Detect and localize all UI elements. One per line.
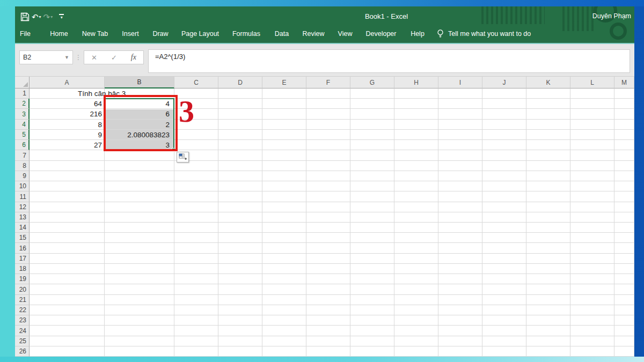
cell-K2[interactable] <box>526 99 570 109</box>
row-header-8[interactable]: 8 <box>15 161 30 171</box>
cell-A11[interactable] <box>30 191 105 202</box>
select-all-corner[interactable] <box>15 77 30 88</box>
customize-quick-access-button[interactable]: ▾ <box>59 10 64 23</box>
cell-I10[interactable] <box>438 181 482 191</box>
undo-button[interactable]: ↶▾ <box>32 10 41 23</box>
cell-J7[interactable] <box>482 150 526 161</box>
cell-F26[interactable] <box>306 346 350 357</box>
cell-J15[interactable] <box>482 233 526 243</box>
cell-I15[interactable] <box>438 233 482 243</box>
cell-K16[interactable] <box>526 243 570 254</box>
cell-D10[interactable] <box>218 181 262 191</box>
cell-M19[interactable] <box>614 274 634 284</box>
cell-I12[interactable] <box>438 202 482 212</box>
cell-L6[interactable] <box>570 140 614 150</box>
cell-G19[interactable] <box>350 274 394 284</box>
cell-K15[interactable] <box>526 233 570 243</box>
cell-F4[interactable] <box>306 120 350 130</box>
cell-D17[interactable] <box>218 254 262 264</box>
ribbon-tab-formulas[interactable]: Formulas <box>229 24 264 43</box>
cell-E19[interactable] <box>262 274 306 284</box>
cell-M14[interactable] <box>614 223 634 233</box>
cell-C6[interactable] <box>174 140 218 150</box>
cell-I20[interactable] <box>438 284 482 295</box>
cell-G10[interactable] <box>350 181 394 191</box>
cell-I25[interactable] <box>438 336 482 346</box>
cell-G9[interactable] <box>350 171 394 181</box>
cell-M17[interactable] <box>614 254 634 264</box>
cell-A22[interactable] <box>30 305 105 315</box>
cell-I8[interactable] <box>438 161 482 171</box>
cell-J8[interactable] <box>482 161 526 171</box>
cell-K4[interactable] <box>526 120 570 130</box>
cell-D4[interactable] <box>218 120 262 130</box>
cell-J16[interactable] <box>482 243 526 254</box>
cell-I26[interactable] <box>438 346 482 357</box>
cell-D9[interactable] <box>218 171 262 181</box>
cell-H23[interactable] <box>394 315 438 326</box>
cell-K5[interactable] <box>526 130 570 140</box>
column-header-K[interactable]: K <box>526 77 570 88</box>
cell-I13[interactable] <box>438 212 482 223</box>
cell-K25[interactable] <box>526 336 570 346</box>
cell-D23[interactable] <box>218 315 262 326</box>
cell-M7[interactable] <box>614 150 634 161</box>
cell-L3[interactable] <box>570 109 614 120</box>
cell-K7[interactable] <box>526 150 570 161</box>
cell-G6[interactable] <box>350 140 394 150</box>
column-header-G[interactable]: G <box>350 77 394 88</box>
cell-H24[interactable] <box>394 326 438 336</box>
cell-K24[interactable] <box>526 326 570 336</box>
cell-F15[interactable] <box>306 233 350 243</box>
cell-L1[interactable] <box>570 88 614 99</box>
cell-H19[interactable] <box>394 274 438 284</box>
cell-A13[interactable] <box>30 212 105 223</box>
cell-H12[interactable] <box>394 202 438 212</box>
cell-H9[interactable] <box>394 171 438 181</box>
cell-B8[interactable] <box>105 161 174 171</box>
column-header-I[interactable]: I <box>438 77 482 88</box>
ribbon-tab-data[interactable]: Data <box>272 24 292 43</box>
row-header-2[interactable]: 2 <box>15 99 30 109</box>
cell-M15[interactable] <box>614 233 634 243</box>
cell-I17[interactable] <box>438 254 482 264</box>
cell-K26[interactable] <box>526 346 570 357</box>
cell-M21[interactable] <box>614 295 634 305</box>
cell-M24[interactable] <box>614 326 634 336</box>
cell-K22[interactable] <box>526 305 570 315</box>
cell-H25[interactable] <box>394 336 438 346</box>
cell-D6[interactable] <box>218 140 262 150</box>
cell-C18[interactable] <box>174 264 218 274</box>
cell-I21[interactable] <box>438 295 482 305</box>
cell-M10[interactable] <box>614 181 634 191</box>
cell-I9[interactable] <box>438 171 482 181</box>
cell-F14[interactable] <box>306 223 350 233</box>
cell-B25[interactable] <box>105 336 174 346</box>
cell-E10[interactable] <box>262 181 306 191</box>
cell-G11[interactable] <box>350 191 394 202</box>
cell-D2[interactable] <box>218 99 262 109</box>
cell-H7[interactable] <box>394 150 438 161</box>
cell-J23[interactable] <box>482 315 526 326</box>
cell-K14[interactable] <box>526 223 570 233</box>
cell-G2[interactable] <box>350 99 394 109</box>
cell-C12[interactable] <box>174 202 218 212</box>
row-header-4[interactable]: 4 <box>15 120 30 130</box>
column-header-D[interactable]: D <box>218 77 262 88</box>
cell-J5[interactable] <box>482 130 526 140</box>
cell-G22[interactable] <box>350 305 394 315</box>
cell-L10[interactable] <box>570 181 614 191</box>
tell-me-box[interactable]: Tell me what you want to do <box>437 24 531 43</box>
cell-J18[interactable] <box>482 264 526 274</box>
cell-G3[interactable] <box>350 109 394 120</box>
cell-L24[interactable] <box>570 326 614 336</box>
cell-C16[interactable] <box>174 243 218 254</box>
cell-F24[interactable] <box>306 326 350 336</box>
cell-H26[interactable] <box>394 346 438 357</box>
column-header-A[interactable]: A <box>30 77 105 88</box>
cell-I22[interactable] <box>438 305 482 315</box>
cell-H22[interactable] <box>394 305 438 315</box>
cell-K21[interactable] <box>526 295 570 305</box>
cell-H16[interactable] <box>394 243 438 254</box>
cell-K1[interactable] <box>526 88 570 99</box>
